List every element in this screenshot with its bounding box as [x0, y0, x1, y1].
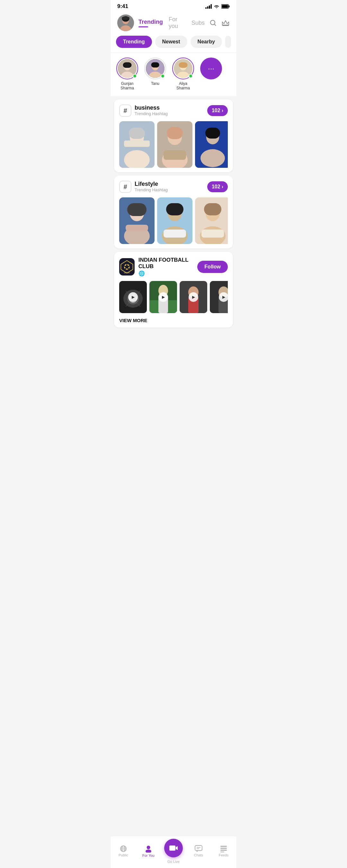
lifestyle-thumb-1[interactable] — [119, 197, 155, 244]
svg-rect-52 — [166, 203, 184, 215]
stories-section: Gunjan Sharma Tanu — [111, 53, 236, 96]
business-thumb-2[interactable] — [157, 121, 192, 168]
svg-text:RAMPAGE: RAMPAGE — [124, 272, 130, 274]
section-business: # business Trending Hashtag 102 › — [114, 99, 233, 172]
svg-rect-35 — [167, 127, 183, 139]
story-avatar-wrap-2[interactable] — [144, 58, 166, 80]
play-icon-2: ▶ — [158, 292, 168, 302]
club-video-2[interactable]: ▶ — [149, 281, 177, 313]
club-video-1[interactable]: ▶ — [119, 281, 147, 313]
business-images-row — [119, 121, 228, 168]
story-name-1: Gunjan Sharma — [116, 81, 138, 90]
story-avatar-wrap-1[interactable] — [116, 58, 138, 80]
svg-rect-3 — [211, 4, 212, 9]
story-item-2[interactable]: Tanu — [144, 58, 166, 90]
story-more-btn[interactable]: ··· — [200, 58, 222, 80]
club-name: INDIAN FOOTBALL CLUB — [138, 257, 198, 270]
svg-point-11 — [122, 17, 129, 20]
hashtag-sub-business: Trending Hashtag — [135, 111, 168, 116]
svg-point-39 — [200, 149, 225, 167]
hashtag-left-lifestyle: # Lifestyle Trending Hashtag — [119, 181, 168, 193]
battery-icon — [221, 4, 230, 9]
lifestyle-thumb-2[interactable] — [157, 197, 192, 244]
svg-line-13 — [215, 25, 216, 26]
svg-rect-14 — [222, 25, 229, 26]
filter-extra[interactable] — [225, 36, 231, 48]
story-online-dot-3 — [189, 74, 193, 78]
hashtag-name-business: business — [135, 104, 168, 111]
svg-rect-53 — [163, 229, 186, 238]
svg-rect-48 — [126, 225, 148, 231]
hashtag-info-business: business Trending Hashtag — [135, 104, 168, 116]
status-time: 9:41 — [117, 3, 128, 10]
story-name-2: Tanu — [151, 81, 159, 86]
hashtag-left-business: # business Trending Hashtag — [119, 104, 168, 117]
count-arrow-business: › — [222, 108, 223, 114]
story-item-3[interactable]: Aliya Sharma — [172, 58, 194, 90]
hashtag-info-lifestyle: Lifestyle Trending Hashtag — [135, 181, 168, 192]
svg-rect-6 — [222, 5, 228, 8]
svg-rect-36 — [163, 150, 186, 160]
user-avatar[interactable] — [117, 14, 134, 31]
svg-rect-26 — [179, 62, 187, 68]
tab-for-you[interactable]: For you — [169, 16, 186, 30]
play-icon-4: ▶ — [219, 292, 228, 302]
follow-button[interactable]: Follow — [197, 261, 228, 273]
business-thumb-3[interactable] — [195, 121, 228, 168]
filter-newest[interactable]: Newest — [155, 36, 187, 48]
svg-rect-0 — [205, 7, 207, 9]
count-value-lifestyle: 102 — [212, 184, 220, 190]
svg-rect-40 — [205, 128, 220, 138]
svg-rect-30 — [129, 128, 145, 139]
lifestyle-thumb-3[interactable] — [195, 197, 228, 244]
svg-point-12 — [211, 20, 215, 25]
club-left: RAMPAGE INDIAN FOOTBALL CLUB 🌐 — [119, 257, 197, 277]
hashtag-header-lifestyle: # Lifestyle Trending Hashtag 102 › — [119, 181, 228, 193]
club-info: INDIAN FOOTBALL CLUB 🌐 — [138, 257, 198, 277]
svg-rect-5 — [229, 5, 230, 7]
count-pill-lifestyle[interactable]: 102 › — [207, 181, 228, 192]
club-video-3[interactable]: ▶ — [180, 281, 207, 313]
lifestyle-images-row — [119, 197, 228, 244]
search-icon[interactable] — [209, 19, 217, 27]
section-football-club: RAMPAGE INDIAN FOOTBALL CLUB 🌐 Follow ▶ — [114, 252, 233, 328]
club-videos-row: ▶ ▶ ▶ ▶ — [119, 281, 228, 313]
count-arrow-lifestyle: › — [222, 184, 223, 190]
crown-icon[interactable] — [221, 19, 230, 26]
business-thumb-1[interactable] — [119, 121, 155, 168]
svg-rect-2 — [209, 5, 210, 9]
svg-rect-47 — [127, 203, 147, 216]
story-name-3: Aliya Sharma — [172, 81, 194, 90]
hashtag-header-business: # business Trending Hashtag 102 › — [119, 104, 228, 117]
section-lifestyle: # Lifestyle Trending Hashtag 102 › — [114, 176, 233, 248]
count-pill-business[interactable]: 102 › — [207, 105, 228, 116]
status-bar: 9:41 — [111, 0, 236, 11]
story-online-dot-2 — [161, 74, 165, 78]
hash-icon-business: # — [119, 104, 131, 117]
svg-rect-18 — [123, 62, 131, 68]
svg-rect-58 — [201, 229, 224, 238]
filter-nearby[interactable]: Nearby — [191, 36, 222, 48]
signal-icon — [205, 4, 212, 9]
filter-trending[interactable]: Trending — [116, 36, 152, 48]
svg-rect-31 — [124, 141, 150, 147]
count-value-business: 102 — [212, 108, 220, 114]
play-icon-1: ▶ — [128, 292, 138, 302]
story-avatar-wrap-3[interactable] — [172, 58, 194, 80]
club-logo: RAMPAGE — [119, 258, 135, 276]
story-more-item[interactable]: ··· — [200, 58, 222, 90]
tab-trending[interactable]: Trending — [138, 19, 163, 27]
tab-subs[interactable]: Subs — [191, 20, 205, 26]
hashtag-name-lifestyle: Lifestyle — [135, 181, 168, 187]
club-video-4[interactable]: ▶ — [210, 281, 228, 313]
play-icon-3: ▶ — [189, 292, 198, 302]
header-tabs: Trending For you Subs — [138, 16, 205, 30]
status-icons — [205, 4, 230, 9]
story-item[interactable]: Gunjan Sharma — [116, 58, 138, 90]
view-more-btn[interactable]: VIEW MORE — [119, 318, 228, 323]
hash-icon-lifestyle: # — [119, 181, 131, 193]
header: Trending For you Subs — [111, 11, 236, 31]
svg-rect-22 — [151, 62, 159, 67]
svg-rect-57 — [204, 203, 221, 215]
wifi-icon — [214, 4, 219, 9]
